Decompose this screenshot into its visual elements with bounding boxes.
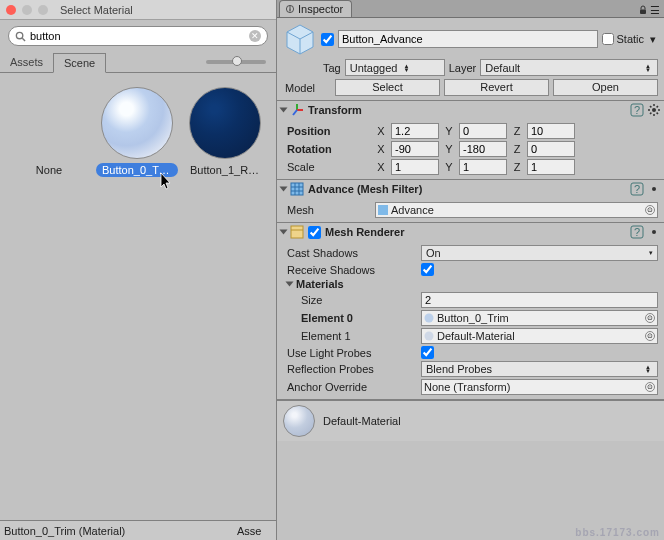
svg-point-37 <box>425 332 434 341</box>
material-icon <box>424 313 434 323</box>
rotation-x-input[interactable] <box>391 141 439 157</box>
element1-field[interactable]: Default-Material ⊙ <box>421 328 658 344</box>
meshrenderer-title: Mesh Renderer <box>325 226 404 238</box>
rotation-z-input[interactable] <box>527 141 575 157</box>
inspector-tab[interactable]: Inspector <box>279 0 352 17</box>
static-toggle[interactable]: Static <box>602 33 644 45</box>
mesh-icon <box>378 205 388 215</box>
layer-dropdown[interactable]: Default ▲▼ <box>480 59 658 76</box>
scale-x-input[interactable] <box>391 159 439 175</box>
thumbnail-size-slider[interactable] <box>206 60 272 64</box>
inspector-tab-label: Inspector <box>298 3 343 15</box>
gear-icon[interactable] <box>648 183 660 195</box>
material-none-label: None <box>30 163 68 177</box>
mesh-field[interactable]: Advance ⊙ <box>375 202 658 218</box>
materials-size-input[interactable] <box>421 292 658 308</box>
search-box[interactable]: ✕ <box>8 26 268 46</box>
position-x-input[interactable] <box>391 123 439 139</box>
picker-titlebar: Select Material <box>0 0 276 20</box>
clear-search-icon[interactable]: ✕ <box>249 30 261 42</box>
panel-menu[interactable]: ☰ <box>638 3 664 17</box>
foldout-icon[interactable] <box>280 108 288 113</box>
object-picker-icon[interactable]: ⊙ <box>645 205 655 215</box>
model-select-button[interactable]: Select <box>335 79 440 96</box>
rotation-y-input[interactable] <box>459 141 507 157</box>
updown-icon: ▲▼ <box>401 64 411 72</box>
svg-line-21 <box>657 106 658 107</box>
svg-line-20 <box>650 113 651 114</box>
search-input[interactable] <box>30 30 249 42</box>
svg-text:?: ? <box>634 226 640 238</box>
transform-title: Transform <box>308 104 362 116</box>
zoom-window-icon[interactable] <box>38 5 48 15</box>
foldout-icon[interactable] <box>280 187 288 192</box>
transform-component: Transform ? Position X Y Z Rotation <box>277 101 664 180</box>
updown-icon: ▲▼ <box>643 365 653 373</box>
svg-line-1 <box>22 38 25 41</box>
svg-point-0 <box>16 32 22 38</box>
object-picker-icon[interactable]: ⊙ <box>645 382 655 392</box>
object-picker-icon[interactable]: ⊙ <box>645 313 655 323</box>
tag-label: Tag <box>323 62 341 74</box>
help-icon[interactable]: ? <box>630 182 644 196</box>
receiveshadows-checkbox[interactable] <box>421 263 434 276</box>
tab-scene[interactable]: Scene <box>53 53 106 73</box>
window-traffic-lights <box>6 5 48 15</box>
gear-icon[interactable] <box>648 104 660 116</box>
foldout-icon[interactable] <box>280 230 288 235</box>
close-window-icon[interactable] <box>6 5 16 15</box>
minimize-window-icon[interactable] <box>22 5 32 15</box>
scale-z-input[interactable] <box>527 159 575 175</box>
svg-point-13 <box>652 108 656 112</box>
castshadows-dropdown[interactable]: On ▾ <box>421 245 658 261</box>
help-icon[interactable]: ? <box>630 225 644 239</box>
inspector-panel: Inspector ☰ Static ▾ <box>277 0 664 540</box>
materials-foldout-icon[interactable] <box>286 282 294 287</box>
materials-size-label: Size <box>301 294 417 306</box>
gameobject-active-checkbox[interactable] <box>321 33 334 46</box>
element1-value: Default-Material <box>437 330 515 342</box>
element0-field[interactable]: Button_0_Trim ⊙ <box>421 310 658 326</box>
model-label: Model <box>285 82 331 94</box>
object-picker-icon[interactable]: ⊙ <box>645 331 655 341</box>
reflectionprobes-dropdown[interactable]: Blend Probes ▲▼ <box>421 361 658 377</box>
materials-label: Materials <box>296 278 344 290</box>
material-icon <box>424 331 434 341</box>
svg-rect-30 <box>378 205 388 215</box>
gameobject-header: Static ▾ Tag Untagged ▲▼ Layer Default ▲… <box>277 18 664 101</box>
lightprobes-checkbox[interactable] <box>421 346 434 359</box>
scale-y-input[interactable] <box>459 159 507 175</box>
svg-line-18 <box>650 106 651 107</box>
castshadows-label: Cast Shadows <box>287 247 417 259</box>
material-preview-name: Default-Material <box>323 415 401 427</box>
svg-point-36 <box>425 314 434 323</box>
position-y-input[interactable] <box>459 123 507 139</box>
static-checkbox[interactable] <box>602 33 614 45</box>
help-icon[interactable]: ? <box>630 103 644 117</box>
lock-icon <box>638 5 648 15</box>
info-icon <box>286 5 294 13</box>
axis-x: X <box>375 161 387 173</box>
picker-tabs: Assets Scene <box>0 52 276 73</box>
anchoroverride-field[interactable]: None (Transform) ⊙ <box>421 379 658 395</box>
tab-assets[interactable]: Assets <box>0 53 53 71</box>
axis-z: Z <box>511 161 523 173</box>
material-button0trim[interactable]: Button_0_Tr… <box>96 87 178 177</box>
gear-icon[interactable] <box>648 226 660 238</box>
svg-rect-5 <box>640 10 646 15</box>
tag-value: Untagged <box>350 62 398 74</box>
static-label: Static <box>616 33 644 45</box>
material-picker-window: Select Material ✕ Assets Scene None B <box>0 0 277 540</box>
gameobject-name-input[interactable] <box>338 30 598 48</box>
axis-y: Y <box>443 125 455 137</box>
svg-point-35 <box>652 230 656 234</box>
material-none[interactable]: None <box>8 87 90 177</box>
material-button1[interactable]: Button_1_Re... <box>184 87 266 177</box>
model-revert-button[interactable]: Revert <box>444 79 549 96</box>
static-dropdown-caret-icon[interactable]: ▾ <box>648 32 658 46</box>
meshrenderer-enabled-checkbox[interactable] <box>308 226 321 239</box>
axis-x: X <box>375 125 387 137</box>
tag-dropdown[interactable]: Untagged ▲▼ <box>345 59 445 76</box>
model-open-button[interactable]: Open <box>553 79 658 96</box>
position-z-input[interactable] <box>527 123 575 139</box>
